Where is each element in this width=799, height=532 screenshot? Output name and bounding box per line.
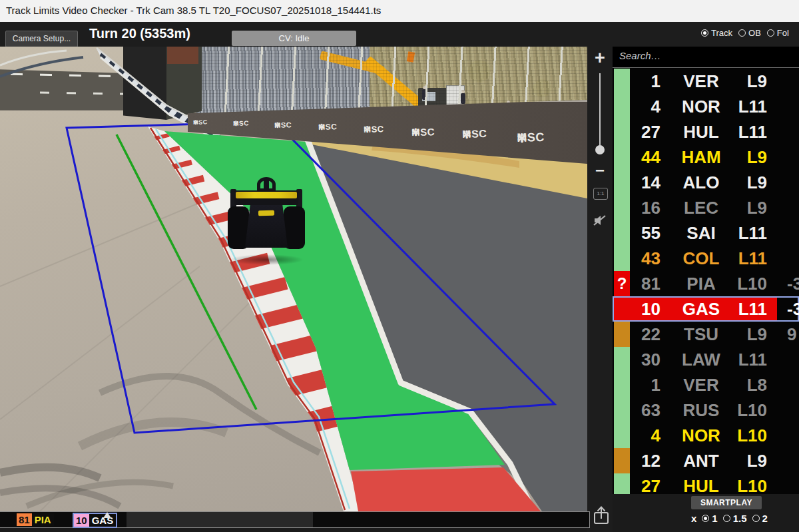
search-input[interactable]: Search… <box>613 47 799 68</box>
driver-number: 55 <box>626 223 661 243</box>
driver-number: 1 <box>626 71 661 91</box>
search-placeholder: Search… <box>619 50 661 61</box>
sidebar-footer: SMARTPLAY x 1 1.5 2 <box>613 494 799 532</box>
driver-number: 27 <box>626 122 661 142</box>
driver-name: RUS <box>679 400 723 420</box>
camera-setup-button[interactable]: Camera Setup... <box>5 31 78 47</box>
zoom-in-button[interactable]: + <box>587 48 613 69</box>
driver-row[interactable]: 27HULL11 <box>613 119 799 144</box>
window-title: Track Limits Video Checker - Trk Cam 38.… <box>6 5 381 16</box>
cv-status-button[interactable]: CV: Idle <box>232 31 356 46</box>
driver-name: SAI <box>679 223 723 243</box>
radio-ob[interactable]: OB <box>738 28 761 38</box>
driver-number: 63 <box>626 400 661 420</box>
driver-lap: L8 <box>732 375 767 395</box>
driver-row[interactable]: 4NORL11 <box>613 94 799 119</box>
smartplay-button[interactable]: SMARTPLAY <box>691 496 762 509</box>
radio-track[interactable]: Track <box>701 28 732 38</box>
driver-list: 1VERL9 4NORL11 27HULL11 44HAML9 14ALOL9 … <box>613 69 799 499</box>
driver-name: GAS <box>679 299 723 319</box>
driver-row[interactable]: 30LAWL11 <box>613 347 799 372</box>
driver-number: 43 <box>626 248 661 268</box>
driver-row[interactable]: ?81PIAL10-3 <box>613 271 799 296</box>
speed-radio-1[interactable]: 1 <box>702 513 717 524</box>
driver-number: 14 <box>626 172 661 192</box>
video-zoom-toolbar: + − 1:1 <box>587 47 613 532</box>
driver-name: LAW <box>679 350 723 370</box>
driver-row[interactable]: 1VERL8 <box>613 372 799 398</box>
driver-extra-value: -3 <box>787 274 799 294</box>
driver-name: PIA <box>679 274 723 294</box>
driver-number: 16 <box>626 198 661 218</box>
view-mode-radios: Track OB Fol <box>701 28 789 38</box>
track-limit-line-overlay <box>117 134 256 409</box>
driver-name: TSU <box>679 324 723 344</box>
speed-radio-2-icon <box>752 515 760 522</box>
title-bar: Track Limits Video Checker - Trk Cam 38.… <box>0 0 799 23</box>
video-frame[interactable]: ✻MSC ✻MSC ✻MSC ✻MSC ✻MSC ✻MSC ✻MSC ✻MSC … <box>0 47 587 511</box>
driver-extra-value: 9 <box>787 324 799 344</box>
turn-label: Turn 20 (5353m) <box>89 26 190 41</box>
driver-name: HAM <box>679 147 723 167</box>
driver-lap: L11 <box>732 97 767 117</box>
speed-radio-1-5[interactable]: 1.5 <box>723 513 747 524</box>
driver-name: ANT <box>679 451 723 471</box>
driver-lap: L10 <box>732 274 767 294</box>
speed-radio-1-icon <box>702 515 709 522</box>
zoom-out-button[interactable]: − <box>587 161 613 180</box>
driver-row[interactable]: 16LECL9 <box>613 195 799 220</box>
radio-follow[interactable]: Fol <box>767 28 789 38</box>
driver-row[interactable]: 22TSUL99 <box>613 322 799 347</box>
driver-row[interactable]: 12ANTL9 <box>613 448 799 473</box>
radio-follow-icon <box>767 29 774 37</box>
driver-number: 10 <box>626 299 661 319</box>
driver-name: HUL <box>679 122 723 142</box>
driver-number: 81 <box>626 274 661 294</box>
driver-lap: L11 <box>732 248 767 268</box>
clip-number: 10 <box>74 514 89 527</box>
zoom-slider-thumb[interactable] <box>595 145 605 154</box>
driver-number: 44 <box>626 147 661 167</box>
driver-lap: L11 <box>732 299 767 319</box>
timeline-playhead[interactable] <box>103 512 111 518</box>
top-toolbar: Camera Setup... Turn 20 (5353m) CV: Idle… <box>0 22 799 47</box>
driver-name: HUL <box>679 476 723 496</box>
driver-row[interactable]: 1VERL9 <box>613 69 799 94</box>
driver-sidebar: Search… 1VERL9 4NORL11 27HULL11 44HAML9 … <box>613 47 799 532</box>
driver-name: VER <box>679 71 723 91</box>
driver-number: 4 <box>626 97 661 117</box>
driver-number: 27 <box>626 476 661 496</box>
driver-row[interactable]: 4NORL10 <box>613 423 799 448</box>
driver-number: 12 <box>626 451 661 471</box>
zoom-slider-track[interactable] <box>599 73 601 146</box>
driver-lap: L9 <box>732 324 767 344</box>
driver-lap: L9 <box>732 147 767 167</box>
clip-name: GAS <box>89 514 117 527</box>
driver-name: NOR <box>679 97 723 117</box>
driver-number: 1 <box>626 375 661 395</box>
export-share-button[interactable] <box>592 505 611 529</box>
clip-name: PIA <box>32 513 54 526</box>
driver-lap: L11 <box>732 223 767 243</box>
speed-radio-2[interactable]: 2 <box>752 513 768 524</box>
driver-row[interactable]: 63RUSL10 <box>613 398 799 423</box>
speed-prefix: x <box>691 513 696 524</box>
driver-name: ALO <box>679 172 723 192</box>
driver-row[interactable]: 44HAML9 <box>613 144 799 170</box>
driver-name: COL <box>679 248 723 268</box>
driver-row[interactable]: 55SAIL11 <box>613 220 799 246</box>
driver-name: VER <box>679 375 723 395</box>
driver-row[interactable]: 14ALOL9 <box>613 170 799 195</box>
radio-ob-icon <box>738 29 746 37</box>
detection-zone-overlay <box>67 122 555 433</box>
driver-row[interactable]: 43COLL11 <box>613 246 799 271</box>
app-window: Track Limits Video Checker - Trk Cam 38.… <box>0 0 799 532</box>
clip-number: 81 <box>17 513 32 526</box>
fit-1-1-icon[interactable]: 1:1 <box>593 188 608 200</box>
driver-lap: L9 <box>732 172 767 192</box>
timeline-bar[interactable]: 81 PIA 10 GAS <box>0 511 590 528</box>
driver-name: NOR <box>679 425 723 445</box>
driver-lap: L9 <box>732 71 767 91</box>
timeline-clip-pia[interactable]: 81 PIA <box>17 513 54 526</box>
driver-row-selected[interactable]: 10GASL11-3 <box>613 296 799 322</box>
